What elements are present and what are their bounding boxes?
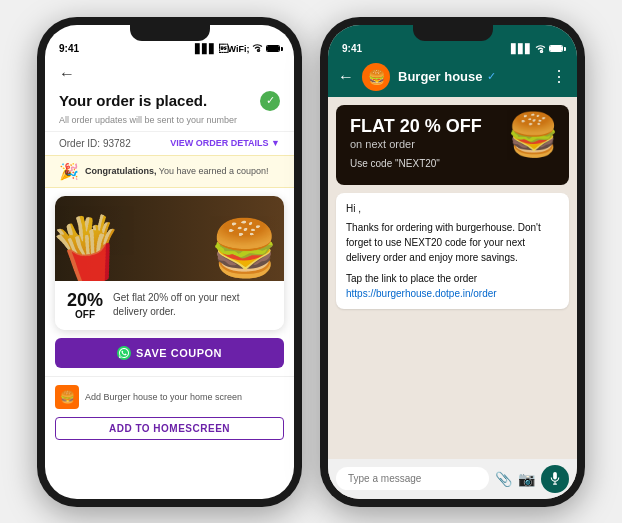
coupon-image: 🍟 🍔 — [55, 196, 284, 281]
phone1: 9:41 ▋▋▋ WiFi; ← Your order is p — [37, 17, 302, 507]
promo-card-content: 🍔 FLAT 20 % OFF on next order Use code "… — [336, 105, 569, 185]
chat-area: 🍔 FLAT 20 % OFF on next order Use code "… — [328, 97, 577, 459]
wa-avatar: 🍔 — [362, 63, 390, 91]
phone1-status-icons: ▋▋▋ WiFi; — [195, 44, 280, 54]
order-placed-title: Your order is placed. — [59, 92, 207, 109]
time1: 9:41 — [59, 43, 79, 54]
discount-percent: 20% — [67, 291, 103, 309]
congrats-banner: 🎉 Congratulations, You have earned a cou… — [45, 155, 294, 188]
notch — [130, 25, 210, 41]
discount-badge: 20% OFF — [67, 291, 103, 320]
emoji-icon: 🎉 — [59, 162, 79, 181]
time2: 9:41 — [342, 43, 362, 54]
battery-icon2 — [549, 45, 563, 52]
wa-menu-icon[interactable]: ⋮ — [551, 67, 567, 86]
use-code-text: Use code "NEXT20" — [350, 158, 555, 169]
save-coupon-label: SAVE COUPON — [136, 347, 222, 359]
order-header: ← Your order is placed. ✓ All order upda… — [45, 57, 294, 131]
wifi-icon2 — [535, 45, 546, 53]
coupon-body: 20% OFF Get flat 20% off on your next de… — [55, 281, 284, 330]
wa-message-input[interactable] — [336, 467, 489, 490]
add-homescreen-button[interactable]: ADD TO HOMESCREEN — [55, 417, 284, 440]
notch2 — [413, 25, 493, 41]
wa-back-arrow[interactable]: ← — [338, 68, 354, 86]
back-arrow[interactable]: ← — [59, 65, 280, 83]
discount-off: OFF — [67, 309, 103, 320]
promo-burger-icon: 🍔 — [507, 110, 559, 159]
phone1-screen: 9:41 ▋▋▋ WiFi; ← Your order is p — [45, 25, 294, 499]
view-details-link[interactable]: VIEW ORDER DETAILS ▼ — [170, 138, 280, 148]
wa-name: Burger house — [398, 69, 483, 84]
wa-attach-icon[interactable]: 📎 — [495, 471, 512, 487]
phone2-inner: 9:41 ▋▋▋ ← 🍔 Burger house ✓ ⋮ — [328, 25, 577, 499]
congrats-text: Congratulations, You have earned a coupo… — [85, 166, 269, 176]
whatsapp-icon — [117, 346, 131, 360]
wa-mic-icon[interactable] — [541, 465, 569, 493]
add-homescreen-text: Add Burger house to your home screen — [85, 392, 242, 402]
order-id-text: Order ID: 93782 — [59, 138, 131, 149]
phone1-scroll: ← Your order is placed. ✓ All order upda… — [45, 57, 294, 499]
phone2-status-icons: ▋▋▋ — [511, 44, 563, 54]
scene: 9:41 ▋▋▋ WiFi; ← Your order is p — [21, 1, 601, 523]
chat-bubble: Hi , Thanks for ordering with burgerhous… — [336, 193, 569, 309]
chat-link[interactable]: https://burgerhouse.dotpe.in/order — [346, 288, 497, 299]
add-homescreen-section: 🍔 Add Burger house to your home screen — [45, 376, 294, 417]
coupon-card: 🍟 🍔 20% OFF Get flat 20% off on your nex… — [55, 196, 284, 330]
order-id-row: Order ID: 93782 VIEW ORDER DETAILS ▼ — [45, 131, 294, 155]
wa-camera-icon[interactable]: 📷 — [518, 471, 535, 487]
food-plate-icon: 🍟 — [55, 207, 133, 280]
svg-rect-0 — [553, 472, 557, 479]
food-burger-icon: 🍔 — [210, 216, 279, 281]
wa-header: ← 🍔 Burger house ✓ ⋮ — [328, 57, 577, 97]
order-subtitle: All order updates will be sent to your n… — [59, 115, 280, 125]
wa-verified-icon: ✓ — [487, 70, 496, 83]
wifi-icon1: WiFi; — [219, 44, 263, 54]
coupon-description: Get flat 20% off on your next delivery o… — [113, 291, 272, 319]
wa-input-bar: 📎 📷 — [328, 459, 577, 499]
check-icon: ✓ — [260, 91, 280, 111]
wa-title-area: Burger house ✓ — [398, 69, 543, 84]
order-placed-row: Your order is placed. ✓ — [59, 91, 280, 111]
burger-logo-icon: 🍔 — [55, 385, 79, 409]
promo-card: 🍔 FLAT 20 % OFF on next order Use code "… — [336, 105, 569, 185]
save-coupon-button[interactable]: SAVE COUPON — [55, 338, 284, 368]
battery-icon1 — [266, 45, 280, 52]
signal-icon2: ▋▋▋ — [511, 44, 532, 54]
phone1-inner: 9:41 ▋▋▋ WiFi; ← Your order is p — [45, 25, 294, 499]
phone2-screen: 9:41 ▋▋▋ ← 🍔 Burger house ✓ ⋮ — [328, 25, 577, 499]
chat-text: Hi , Thanks for ordering with burgerhous… — [346, 201, 559, 301]
phone2: 9:41 ▋▋▋ ← 🍔 Burger house ✓ ⋮ — [320, 17, 585, 507]
signal-icon1: ▋▋▋ — [195, 44, 216, 54]
